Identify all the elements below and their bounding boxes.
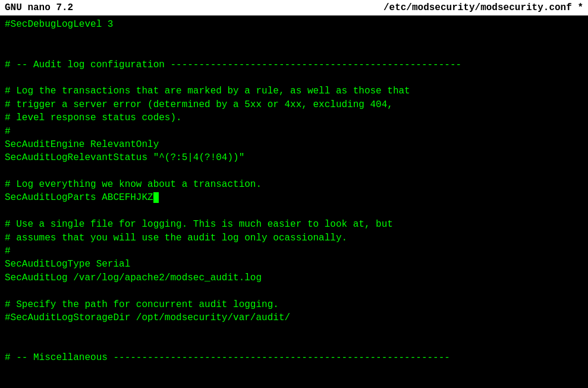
editor-line bbox=[5, 324, 583, 337]
editor-line: # trigger a server error (determined by … bbox=[5, 98, 583, 111]
editor-line: #SecAuditLogStorageDir /opt/modsecurity/… bbox=[5, 311, 583, 324]
editor-line: SecAuditLogRelevantStatus "^(?:5|4(?!04)… bbox=[5, 151, 583, 164]
editor-line bbox=[5, 32, 583, 45]
editor-line: SecAuditEngine RelevantOnly bbox=[5, 138, 583, 151]
editor-line: # level response status codes). bbox=[5, 111, 583, 124]
editor-line: SecAuditLogType Serial bbox=[5, 258, 583, 271]
editor-line: # Specify the path for concurrent audit … bbox=[5, 298, 583, 311]
editor-line bbox=[5, 205, 583, 218]
editor-line bbox=[5, 284, 583, 298]
editor-line: # Log the transactions that are marked b… bbox=[5, 85, 583, 98]
editor-line bbox=[5, 165, 583, 178]
editor-line: SecAuditLog /var/log/apache2/modsec_audi… bbox=[5, 271, 583, 284]
editor-content[interactable]: #SecDebugLogLevel 3 # -- Audit log confi… bbox=[0, 15, 588, 388]
editor-line: SecAuditLogParts ABCEFHJKZ bbox=[5, 191, 583, 204]
editor-line bbox=[5, 45, 583, 58]
terminal: GNU nano 7.2 /etc/modsecurity/modsecurit… bbox=[0, 0, 588, 388]
editor-line: # bbox=[5, 245, 583, 258]
cursor bbox=[153, 192, 159, 203]
editor-line: # bbox=[5, 125, 583, 138]
editor-line: # -- Audit log configuration -----------… bbox=[5, 58, 583, 71]
title-bar: GNU nano 7.2 /etc/modsecurity/modsecurit… bbox=[0, 0, 588, 15]
editor-line: #SecDebugLogLevel 3 bbox=[5, 18, 583, 31]
title-left: GNU nano 7.2 bbox=[5, 1, 73, 14]
editor-line: # -- Miscellaneous ---------------------… bbox=[5, 351, 583, 364]
title-right: /etc/modsecurity/modsecurity.conf * bbox=[383, 1, 583, 14]
editor-line: # Use a single file for logging. This is… bbox=[5, 218, 583, 231]
editor-line: # Log everything we know about a transac… bbox=[5, 178, 583, 191]
editor-line: # assumes that you will use the audit lo… bbox=[5, 231, 583, 245]
editor-line bbox=[5, 338, 583, 351]
editor-line bbox=[5, 71, 583, 85]
